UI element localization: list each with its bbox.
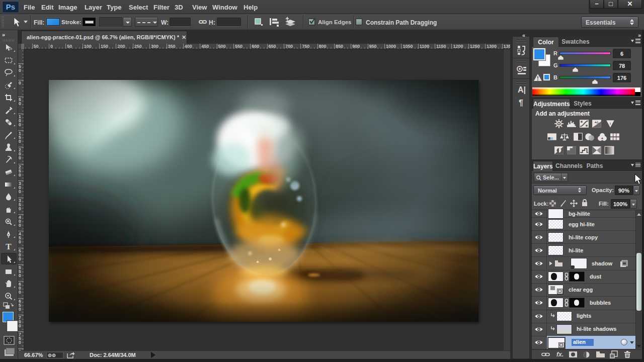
svg-text:+/-: +/- xyxy=(595,120,600,125)
svg-text:T: T xyxy=(6,242,12,251)
